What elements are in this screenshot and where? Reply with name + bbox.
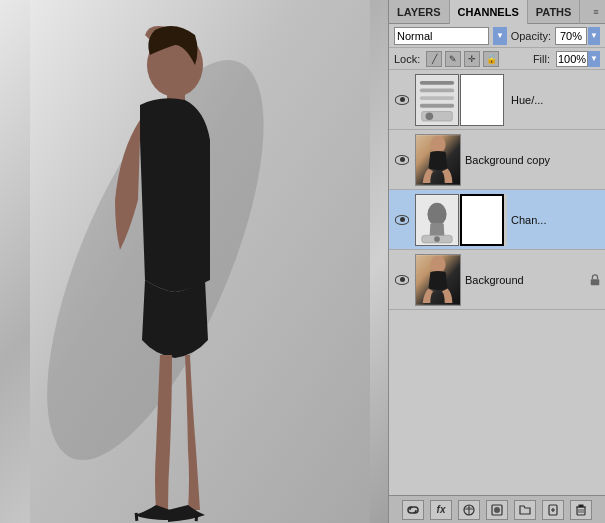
group-button[interactable] (514, 500, 536, 520)
svg-rect-9 (420, 96, 454, 100)
blend-mode-arrow[interactable]: ▼ (493, 27, 506, 45)
svg-rect-7 (420, 80, 454, 84)
adjustments-button[interactable] (458, 500, 480, 520)
blend-opacity-row: Normal ▼ Opacity: 70% ▼ (389, 24, 605, 48)
tab-layers[interactable]: LAYERS (389, 0, 450, 24)
eye-pupil (400, 97, 405, 102)
fill-label: Fill: (533, 53, 550, 65)
layer-row[interactable]: Background (389, 250, 605, 310)
layer-thumbnail (415, 74, 459, 126)
new-layer-button[interactable] (542, 500, 564, 520)
layer-visibility-toggle[interactable] (393, 275, 411, 285)
tab-channels[interactable]: CHANNELS (450, 0, 528, 24)
lock-all-button[interactable]: 🔒 (483, 51, 499, 67)
svg-rect-10 (420, 103, 454, 107)
bottom-toolbar: fx (389, 495, 605, 523)
opacity-stepper[interactable]: ▼ (588, 27, 600, 45)
lock-label: Lock: (394, 53, 420, 65)
eye-pupil (400, 157, 405, 162)
delete-layer-button[interactable] (570, 500, 592, 520)
svg-point-12 (426, 112, 434, 120)
svg-point-14 (430, 136, 445, 153)
layer-thumbnail (415, 254, 461, 306)
mask-button[interactable] (486, 500, 508, 520)
layers-panel: LAYERS CHANNELS PATHS ≡ Normal ▼ Opacity… (388, 0, 605, 523)
layer-visibility-toggle[interactable] (393, 155, 411, 165)
eye-icon (395, 215, 409, 225)
layer-lock-icon (589, 274, 601, 286)
layers-list: Hue/... (389, 70, 605, 495)
svg-rect-21 (591, 279, 600, 285)
layer-name: Background (465, 274, 585, 286)
opacity-input[interactable]: 70% (555, 27, 587, 45)
svg-point-16 (427, 202, 446, 225)
eye-icon (395, 155, 409, 165)
layer-visibility-toggle[interactable] (393, 215, 411, 225)
panel-menu-button[interactable]: ≡ (587, 0, 605, 24)
layer-row[interactable]: Hue/... (389, 70, 605, 130)
lock-position-button[interactable]: ✛ (464, 51, 480, 67)
lock-pixels-button[interactable]: ✎ (445, 51, 461, 67)
eye-pupil (400, 277, 405, 282)
lock-row: Lock: ╱ ✎ ✛ 🔒 Fill: 100% ▼ (389, 48, 605, 70)
layer-name: Chan... (511, 214, 601, 226)
fill-input[interactable]: 100% (556, 51, 588, 67)
layer-thumbnail (415, 194, 459, 246)
blend-mode-value: Normal (397, 30, 432, 42)
layer-mask-thumbnail (460, 194, 504, 246)
blend-mode-select[interactable]: Normal (394, 27, 489, 45)
opacity-label: Opacity: (511, 30, 551, 42)
eye-icon (395, 95, 409, 105)
lock-transparent-button[interactable]: ╱ (426, 51, 442, 67)
eye-pupil (400, 217, 405, 222)
layer-thumbnail (415, 134, 461, 186)
photo-panel (0, 0, 388, 523)
svg-point-24 (494, 507, 500, 513)
mask-white (461, 75, 503, 125)
layer-visibility-toggle[interactable] (393, 95, 411, 105)
tab-bar: LAYERS CHANNELS PATHS ≡ (389, 0, 605, 24)
svg-point-20 (430, 256, 445, 273)
layer-row[interactable]: Background copy (389, 130, 605, 190)
mask-white (462, 196, 502, 244)
svg-rect-8 (420, 88, 454, 92)
eye-icon (395, 275, 409, 285)
link-layers-button[interactable] (402, 500, 424, 520)
layer-mask-thumbnail (460, 74, 504, 126)
svg-point-18 (434, 236, 440, 242)
tab-paths[interactable]: PATHS (528, 0, 581, 24)
fill-stepper[interactable]: ▼ (588, 51, 600, 67)
fx-label: fx (437, 504, 446, 515)
fx-button[interactable]: fx (430, 500, 452, 520)
layer-name: Background copy (465, 154, 601, 166)
layer-name: Hue/... (511, 94, 601, 106)
layer-thumbnail-group (415, 194, 507, 246)
layer-thumbnail-group (415, 74, 507, 126)
woman-figure (30, 0, 370, 523)
layer-row[interactable]: Chan... (389, 190, 605, 250)
lock-icons-group: ╱ ✎ ✛ 🔒 (426, 51, 499, 67)
